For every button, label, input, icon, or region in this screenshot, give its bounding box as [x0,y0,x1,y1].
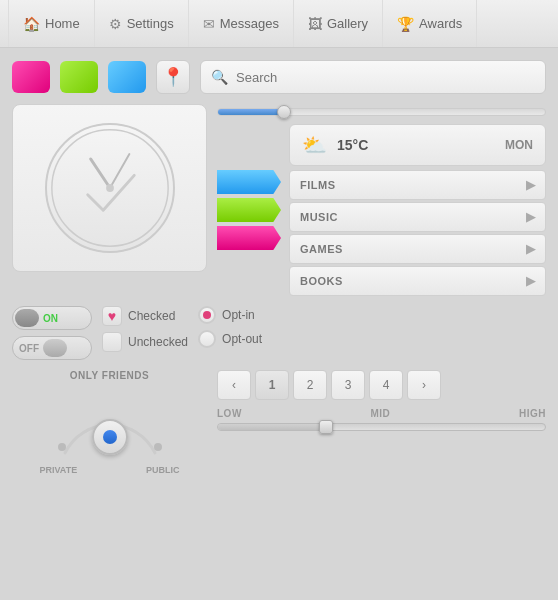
menu-item-films[interactable]: FILMS ▶ [289,170,546,200]
checkbox-unchecked[interactable]: Unchecked [102,332,188,352]
slider-mid-label: MID [370,408,390,419]
page-1-button[interactable]: 1 [255,370,289,400]
radio-circle-optin [198,306,216,324]
nav-item-messages[interactable]: ✉ Messages [189,0,294,47]
page-2-label: 2 [307,378,314,392]
knob-thumb[interactable] [92,419,128,455]
location-button[interactable]: 📍 [156,60,190,94]
weather-temp: 15°C [337,137,368,153]
nav-label-gallery: Gallery [327,16,368,31]
menu-label-books: BOOKS [300,275,343,287]
svg-line-1 [90,159,109,188]
top-slider[interactable] [217,108,546,116]
weather-icon: ⛅ [302,133,327,157]
menu-label-films: FILMS [300,179,336,191]
checkbox-checked[interactable]: ♥ Checked [102,306,188,326]
nav-label-home: Home [45,16,80,31]
toggle-on-label: ON [43,313,58,324]
toggle-on[interactable]: ON [12,306,92,330]
radio-optin[interactable]: Opt-in [198,306,262,324]
page-1-label: 1 [269,378,276,392]
toggle-off-label: OFF [19,343,39,354]
knob-inner [103,430,117,444]
slider-thumb[interactable] [277,105,291,119]
chevron-right-icon-games: ▶ [526,242,536,256]
tag-pink[interactable] [217,226,281,250]
menu-label-music: MUSIC [300,211,338,223]
search-icon: 🔍 [211,69,228,85]
nav-label-awards: Awards [419,16,462,31]
knob-public-label: PUBLIC [146,465,180,475]
checkmark-icon: ♥ [108,308,116,324]
pagination: ‹ 1 2 3 4 › [217,370,546,400]
gallery-icon: 🖼 [308,16,322,32]
knob-dot-right [154,443,162,451]
knob-dot-left [58,443,66,451]
search-input[interactable] [236,70,535,85]
bottom-slider-section: LOW MID HIGH [217,408,546,431]
knob-private-label: PRIVATE [40,465,78,475]
checkbox-box-unchecked [102,332,122,352]
radio-circle-optout [198,330,216,348]
toggle-off[interactable]: OFF [12,336,92,360]
radio-optout[interactable]: Opt-out [198,330,262,348]
navbar: 🏠 Home ⚙ Settings ✉ Messages 🖼 Gallery 🏆… [0,0,558,48]
prev-icon: ‹ [232,378,236,392]
nav-label-settings: Settings [127,16,174,31]
tag-green[interactable] [217,198,281,222]
weather-day: MON [505,138,533,152]
pink-button[interactable] [12,61,50,93]
page-4-label: 4 [383,378,390,392]
checkbox-label-checked: Checked [128,309,175,323]
page-3-label: 3 [345,378,352,392]
tag-blue[interactable] [217,170,281,194]
page-4-button[interactable]: 4 [369,370,403,400]
location-icon: 📍 [162,66,184,88]
svg-point-3 [106,184,114,192]
knob-title: ONLY FRIENDS [70,370,149,381]
menu-label-games: GAMES [300,243,343,255]
nav-item-settings[interactable]: ⚙ Settings [95,0,189,47]
next-button[interactable]: › [407,370,441,400]
chevron-right-icon-music: ▶ [526,210,536,224]
home-icon: 🏠 [23,16,40,32]
slider-low-label: LOW [217,408,242,419]
nav-label-messages: Messages [220,16,279,31]
bottom-slider-thumb[interactable] [319,420,333,434]
chevron-right-icon-films: ▶ [526,178,536,192]
slider-high-label: HIGH [519,408,546,419]
search-box: 🔍 [200,60,546,94]
bottom-slider-track[interactable] [217,423,546,431]
slider-fill [218,109,283,115]
radio-label-optout: Opt-out [222,332,262,346]
next-icon: › [422,378,426,392]
weather-box: ⛅ 15°C MON [289,124,546,166]
page-3-button[interactable]: 3 [331,370,365,400]
radio-label-optin: Opt-in [222,308,255,322]
nav-item-gallery[interactable]: 🖼 Gallery [294,0,383,47]
checkbox-box-checked: ♥ [102,306,122,326]
clock-box [12,104,207,272]
page-2-button[interactable]: 2 [293,370,327,400]
radio-dot-optin [203,311,211,319]
checkbox-label-unchecked: Unchecked [128,335,188,349]
nav-item-awards[interactable]: 🏆 Awards [383,0,477,47]
messages-icon: ✉ [203,16,215,32]
menu-item-music[interactable]: MUSIC ▶ [289,202,546,232]
nav-item-home[interactable]: 🏠 Home [8,0,95,47]
chevron-right-icon-books: ▶ [526,274,536,288]
prev-button[interactable]: ‹ [217,370,251,400]
clock-face [45,123,175,253]
awards-icon: 🏆 [397,16,414,32]
toggle-thumb-on [15,309,39,327]
settings-icon: ⚙ [109,16,122,32]
green-button[interactable] [60,61,98,93]
bottom-slider-fill [218,424,326,430]
blue-button[interactable] [108,61,146,93]
menu-item-books[interactable]: BOOKS ▶ [289,266,546,296]
menu-item-games[interactable]: GAMES ▶ [289,234,546,264]
toggle-thumb-off [43,339,67,357]
